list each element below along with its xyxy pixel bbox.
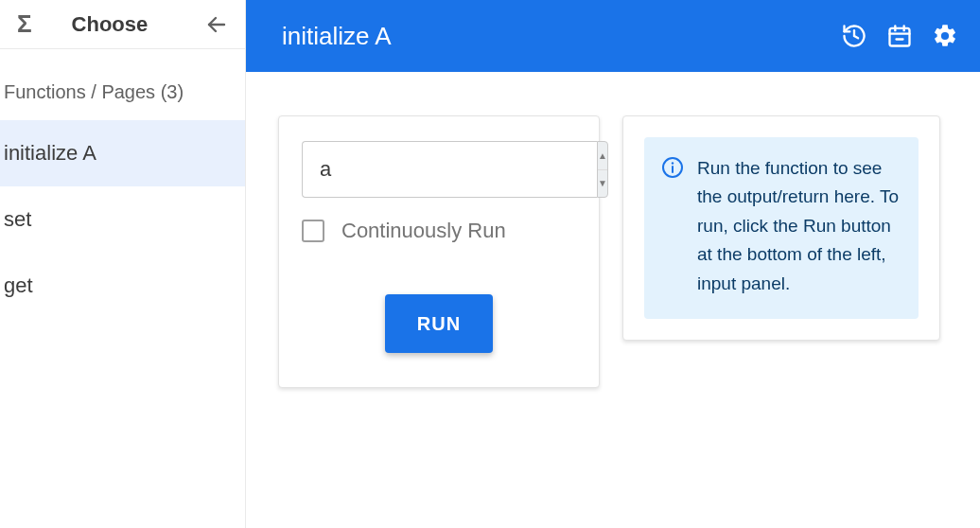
step-down-icon[interactable]: ▼ bbox=[598, 170, 607, 198]
sidebar-top: Σ Choose bbox=[0, 0, 245, 49]
continuously-run-checkbox[interactable] bbox=[302, 220, 324, 242]
calendar-icon[interactable] bbox=[885, 22, 914, 50]
main: initialize A ▲ ▼ bbox=[246, 0, 980, 528]
run-button[interactable]: RUN bbox=[385, 294, 493, 353]
choose-label: Choose bbox=[72, 12, 203, 37]
sidebar-item-get[interactable]: get bbox=[0, 253, 245, 319]
sidebar-item-set[interactable]: set bbox=[0, 186, 245, 253]
back-arrow-icon[interactable] bbox=[203, 11, 230, 38]
svg-line-2 bbox=[854, 36, 858, 38]
functions-section-header: Functions / Pages (3) bbox=[0, 49, 245, 120]
input-card: ▲ ▼ Continuously Run RUN bbox=[278, 115, 600, 388]
stepper-buttons: ▲ ▼ bbox=[597, 141, 608, 198]
continuously-run-row: Continuously Run bbox=[302, 219, 576, 243]
gear-icon[interactable] bbox=[931, 22, 959, 50]
info-icon bbox=[661, 156, 684, 179]
sigma-icon: Σ bbox=[17, 9, 32, 39]
sidebar-item-label: get bbox=[4, 273, 33, 298]
history-icon[interactable] bbox=[840, 22, 868, 50]
value-input[interactable] bbox=[302, 141, 597, 198]
step-up-icon[interactable]: ▲ bbox=[598, 142, 607, 170]
workspace: ▲ ▼ Continuously Run RUN Run the functio… bbox=[246, 72, 980, 528]
sidebar-item-initialize-a[interactable]: initialize A bbox=[0, 120, 245, 186]
info-text: Run the function to see the output/retur… bbox=[697, 154, 900, 298]
page-title: initialize A bbox=[282, 22, 840, 51]
sidebar: Σ Choose Functions / Pages (3) initializ… bbox=[0, 0, 246, 528]
sidebar-item-label: initialize A bbox=[4, 141, 96, 166]
sidebar-item-label: set bbox=[4, 207, 31, 232]
value-stepper: ▲ ▼ bbox=[302, 141, 576, 198]
titlebar-icons bbox=[840, 22, 959, 50]
svg-rect-3 bbox=[890, 28, 910, 46]
svg-point-10 bbox=[672, 162, 674, 164]
info-box: Run the function to see the output/retur… bbox=[644, 137, 919, 319]
output-card: Run the function to see the output/retur… bbox=[622, 115, 940, 341]
continuously-run-label: Continuously Run bbox=[341, 219, 506, 243]
titlebar: initialize A bbox=[246, 0, 980, 72]
